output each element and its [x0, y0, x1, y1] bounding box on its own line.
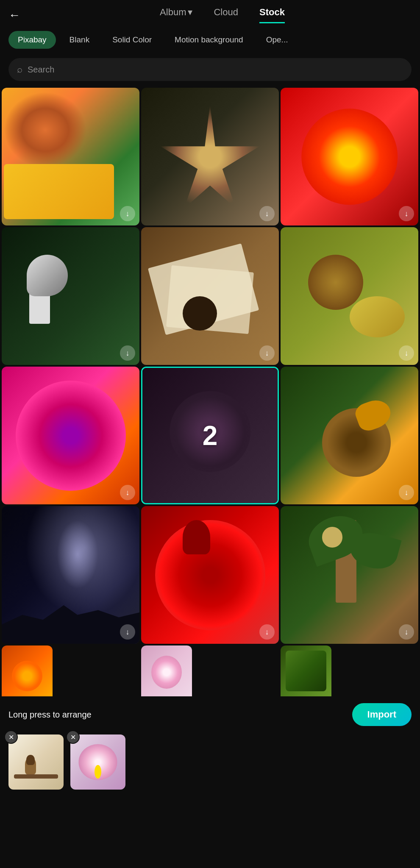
search-input[interactable]	[28, 65, 403, 75]
sub-tabs: Pixabay Blank Solid Color Motion backgro…	[0, 23, 420, 54]
download-button[interactable]: ↓	[259, 345, 275, 361]
remove-thumb-1-button[interactable]: ✕	[4, 730, 18, 744]
download-button[interactable]: ↓	[399, 345, 414, 361]
download-button[interactable]: ↓	[399, 485, 414, 500]
download-button[interactable]: ↓	[120, 485, 135, 500]
selected-thumb-1[interactable]: ✕	[8, 734, 64, 790]
subtab-blank[interactable]: Blank	[60, 31, 99, 49]
search-icon: ⌕	[17, 64, 22, 75]
grid-item-red-flower-top[interactable]: ↓	[281, 88, 418, 225]
grid-item-bees[interactable]: ↓	[281, 227, 418, 365]
grid-item-heron[interactable]: ↓	[2, 227, 139, 365]
grid-item-dahlia-pink[interactable]: ↓	[2, 367, 139, 504]
tab-album[interactable]: Album ▾	[160, 7, 192, 23]
grid-item-butterfly[interactable]: ↓	[2, 88, 139, 225]
header: ← Album ▾ Cloud Stock	[0, 0, 420, 23]
import-button[interactable]: Import	[352, 703, 412, 726]
tab-cloud[interactable]: Cloud	[214, 7, 238, 23]
selected-strip: ✕ ✕	[8, 734, 412, 798]
download-button[interactable]: ↓	[120, 624, 135, 640]
grid-item-plant[interactable]: ↓	[281, 506, 418, 644]
selection-badge: 2	[203, 420, 218, 451]
grid-item-newspaper[interactable]: ↓	[141, 227, 279, 365]
download-button[interactable]: ↓	[259, 624, 275, 640]
remove-thumb-2-button[interactable]: ✕	[66, 730, 80, 744]
grid-item-orange-partial[interactable]	[2, 645, 53, 696]
header-tabs: Album ▾ Cloud Stock	[33, 7, 412, 23]
tab-stock[interactable]: Stock	[259, 7, 285, 23]
grid-item-pink-partial[interactable]	[141, 645, 192, 696]
grid-item-dark-flower[interactable]: 2	[141, 367, 279, 504]
grid-item-green-partial[interactable]	[281, 645, 331, 696]
back-button[interactable]: ←	[8, 8, 20, 22]
subtab-opacity[interactable]: Ope...	[257, 31, 298, 49]
bottom-action-row: Long press to arrange Import	[8, 703, 412, 726]
grid-item-milky-way[interactable]: ↓	[2, 506, 139, 644]
download-button[interactable]: ↓	[399, 624, 414, 640]
long-press-label: Long press to arrange	[8, 710, 92, 720]
download-button[interactable]: ↓	[120, 206, 135, 221]
subtab-motion-background[interactable]: Motion background	[165, 31, 253, 49]
selected-thumb-2[interactable]: ✕	[70, 734, 125, 790]
bottom-bar: Long press to arrange Import ✕ ✕	[0, 696, 420, 805]
subtab-solid-color[interactable]: Solid Color	[103, 31, 161, 49]
subtab-pixabay[interactable]: Pixabay	[8, 31, 56, 49]
image-grid: ↓ ↓ ↓ ↓ ↓ ↓	[0, 88, 420, 696]
grid-item-bee-sunflower[interactable]: ↓	[281, 367, 418, 504]
search-bar: ⌕	[8, 58, 412, 81]
grid-item-red-dahlia[interactable]: ↓	[141, 506, 279, 644]
download-button[interactable]: ↓	[120, 345, 135, 361]
download-button[interactable]: ↓	[259, 206, 275, 221]
download-button[interactable]: ↓	[399, 206, 414, 221]
grid-item-star-flower[interactable]: ↓	[141, 88, 279, 225]
